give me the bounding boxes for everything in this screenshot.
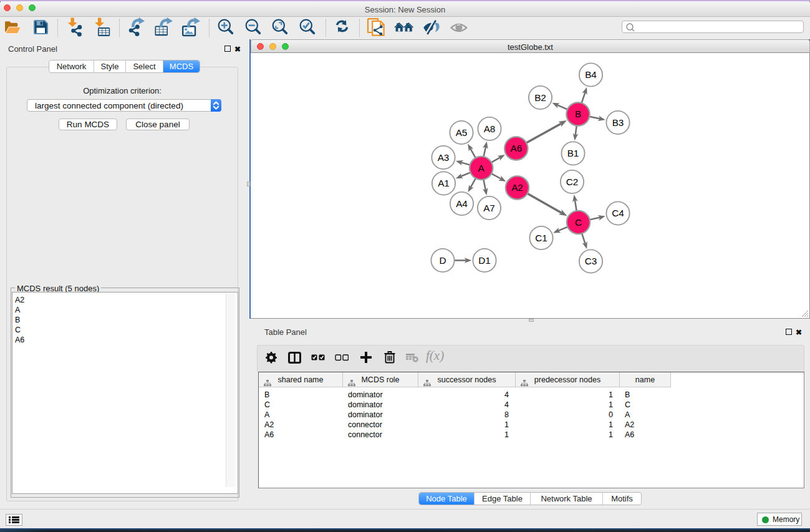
svg-text:B2: B2 bbox=[534, 92, 546, 103]
svg-text:A2: A2 bbox=[511, 182, 523, 193]
svg-text:C2: C2 bbox=[566, 177, 579, 187]
svg-text:A7: A7 bbox=[483, 203, 495, 213]
svg-text:A1: A1 bbox=[438, 178, 450, 188]
svg-text:C4: C4 bbox=[612, 208, 624, 218]
svg-text:A: A bbox=[478, 163, 485, 173]
svg-text:B: B bbox=[575, 109, 581, 119]
svg-text:D: D bbox=[439, 255, 446, 266]
svg-text:A4: A4 bbox=[456, 198, 468, 209]
svg-text:A5: A5 bbox=[456, 127, 468, 138]
svg-text:B4: B4 bbox=[585, 69, 597, 80]
svg-text:B3: B3 bbox=[612, 117, 624, 128]
svg-text:C1: C1 bbox=[535, 233, 547, 243]
svg-text:C: C bbox=[575, 217, 582, 228]
svg-text:A3: A3 bbox=[438, 152, 450, 163]
svg-text:C3: C3 bbox=[585, 256, 597, 266]
svg-text:A6: A6 bbox=[510, 143, 522, 153]
svg-text:A8: A8 bbox=[484, 123, 496, 134]
svg-text:B1: B1 bbox=[567, 148, 579, 158]
svg-text:D1: D1 bbox=[478, 255, 491, 266]
